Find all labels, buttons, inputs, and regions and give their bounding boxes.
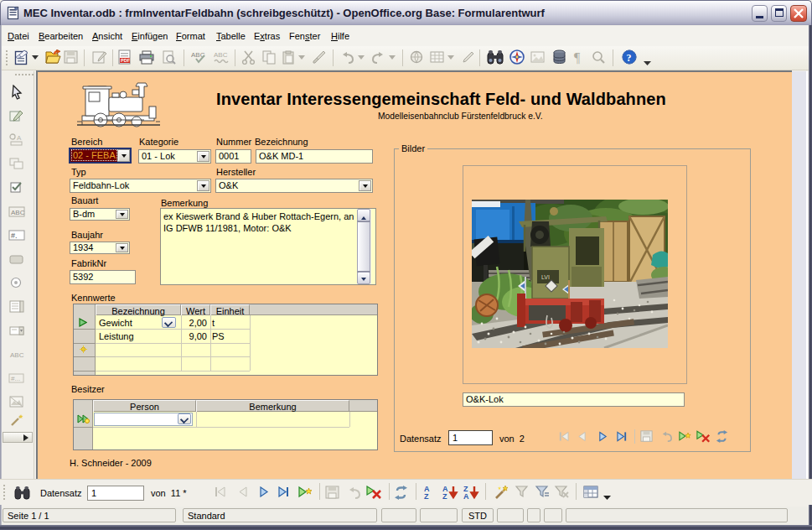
svg-text:ABC: ABC xyxy=(10,351,24,359)
svg-text:Z: Z xyxy=(442,492,447,500)
svg-text:ABC: ABC xyxy=(11,209,25,216)
svg-text:¶: ¶ xyxy=(574,50,581,65)
svg-text:#.: #. xyxy=(11,231,18,240)
svg-text:Z: Z xyxy=(424,492,429,500)
svg-text:A: A xyxy=(17,134,22,142)
svg-text:?: ? xyxy=(627,52,632,64)
svg-text:PDF: PDF xyxy=(121,58,131,63)
svg-text:LVI: LVI xyxy=(541,274,550,280)
svg-text:ABC: ABC xyxy=(214,51,228,59)
svg-text:A: A xyxy=(463,492,469,500)
svg-text:#...: #... xyxy=(11,375,20,382)
